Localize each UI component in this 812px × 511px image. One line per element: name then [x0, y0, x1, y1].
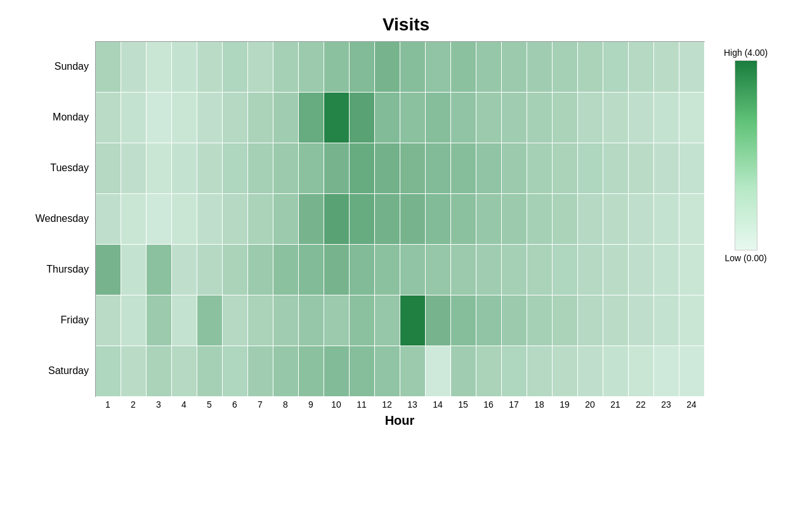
- heatmap-cell: [451, 42, 476, 93]
- heatmap-cell: [197, 194, 223, 245]
- heatmap-cell: [248, 93, 273, 143]
- x-label: 1: [95, 399, 121, 410]
- heatmap-cell: [273, 42, 299, 93]
- heatmap-cell: [147, 295, 172, 346]
- heatmap-cell: [324, 295, 350, 346]
- heatmap-cell: [476, 346, 502, 397]
- heatmap-cell: [172, 295, 197, 346]
- heatmap-cell: [527, 245, 553, 295]
- heatmap-cell: [350, 295, 375, 346]
- heatmap-cell: [400, 42, 426, 93]
- heatmap-cell: [375, 346, 400, 397]
- heatmap-cell: [527, 346, 553, 397]
- heatmap-cell: [502, 346, 527, 397]
- x-label: 17: [501, 399, 527, 410]
- x-label: 4: [171, 399, 197, 410]
- x-label: 13: [400, 399, 425, 410]
- heatmap-cell: [96, 143, 121, 194]
- x-label: 7: [247, 399, 273, 410]
- heatmap-cell: [629, 143, 654, 194]
- heatmap-cell: [350, 346, 375, 397]
- x-label: 8: [273, 399, 298, 410]
- heatmap-cell: [527, 194, 553, 245]
- heatmap-cell: [679, 346, 705, 397]
- x-label: 11: [349, 399, 374, 410]
- heatmap-cell: [502, 143, 527, 194]
- heatmap-cell: [248, 295, 273, 346]
- heatmap-cell: [223, 194, 248, 245]
- heatmap-cell: [553, 295, 578, 346]
- heatmap-cell: [426, 245, 451, 295]
- heatmap-cell: [553, 42, 578, 93]
- heatmap-cell: [400, 194, 426, 245]
- heatmap-cell: [96, 42, 121, 93]
- heatmap-cell: [451, 194, 476, 245]
- heatmap-cell: [223, 346, 248, 397]
- x-label: 21: [603, 399, 628, 410]
- heatmap-cell: [400, 346, 426, 397]
- heatmap-cell: [223, 143, 248, 194]
- heatmap-cell: [578, 295, 603, 346]
- heatmap-cell: [248, 346, 273, 397]
- heatmap-cell: [375, 93, 400, 143]
- x-label: 16: [476, 399, 501, 410]
- y-label: Tuesday: [25, 143, 95, 193]
- heatmap-cell: [527, 295, 553, 346]
- heatmap-cell: [96, 295, 121, 346]
- heatmap-cell: [502, 194, 527, 245]
- heatmap-cell: [679, 295, 705, 346]
- x-label: 12: [374, 399, 400, 410]
- heatmap-cell: [121, 346, 147, 397]
- heatmap-cell: [426, 295, 451, 346]
- chart-title: Visits: [383, 15, 429, 35]
- heatmap-cell: [426, 93, 451, 143]
- heatmap-cell: [96, 346, 121, 397]
- y-label: Thursday: [25, 244, 95, 295]
- heatmap-cell: [476, 143, 502, 194]
- heatmap-cell: [553, 346, 578, 397]
- heatmap-cell: [350, 194, 375, 245]
- heatmap-cell: [375, 245, 400, 295]
- x-label: 15: [450, 399, 476, 410]
- heatmap-cell: [299, 42, 324, 93]
- heatmap-cell: [248, 245, 273, 295]
- x-axis-title: Hour: [95, 413, 704, 428]
- heatmap-cell: [603, 295, 629, 346]
- heatmap-cell: [299, 245, 324, 295]
- heatmap-cell: [654, 346, 679, 397]
- heatmap-cell: [578, 245, 603, 295]
- heatmap-cell: [350, 143, 375, 194]
- heatmap-cell: [527, 143, 553, 194]
- x-label: 19: [552, 399, 577, 410]
- heatmap-cell: [578, 194, 603, 245]
- heatmap-cell: [273, 295, 299, 346]
- heatmap-cell: [172, 93, 197, 143]
- heatmap-cell: [476, 194, 502, 245]
- heatmap-cell: [223, 93, 248, 143]
- heatmap-cell: [147, 42, 172, 93]
- heatmap-cell: [426, 346, 451, 397]
- heatmap-cell: [603, 346, 629, 397]
- heatmap-cell: [172, 143, 197, 194]
- heatmap-cell: [426, 194, 451, 245]
- heatmap-cell: [147, 143, 172, 194]
- heatmap-cell: [654, 42, 679, 93]
- heatmap-cell: [578, 143, 603, 194]
- x-label: 22: [628, 399, 653, 410]
- heatmap-cell: [197, 93, 223, 143]
- heatmap-cell: [172, 194, 197, 245]
- heatmap-cell: [223, 295, 248, 346]
- heatmap-cell: [679, 245, 705, 295]
- heatmap-cell: [273, 346, 299, 397]
- heatmap-cell: [400, 93, 426, 143]
- y-label: Wednesday: [25, 193, 95, 244]
- heatmap-cell: [299, 93, 324, 143]
- heatmap-cell: [273, 194, 299, 245]
- heatmap-cell: [96, 93, 121, 143]
- heatmap-and-legend: 123456789101112131415161718192021222324 …: [95, 41, 768, 428]
- heatmap-cell: [603, 194, 629, 245]
- heatmap-cell: [451, 295, 476, 346]
- heatmap-cell: [350, 42, 375, 93]
- heatmap-cell: [375, 295, 400, 346]
- heatmap-cell: [147, 194, 172, 245]
